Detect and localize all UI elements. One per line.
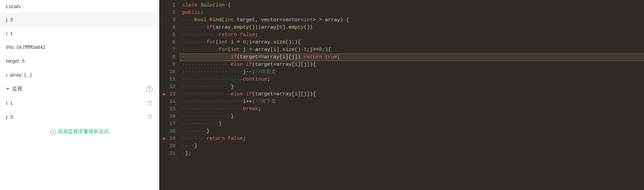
code-line[interactable]: ····················continue; xyxy=(179,76,644,83)
line-number[interactable]: 20 xyxy=(159,142,179,150)
line-number[interactable]: 11 xyxy=(159,76,179,83)
watch-item[interactable]: i: 1 xyxy=(0,96,159,110)
watch-item[interactable]: j: 3 xyxy=(0,110,159,124)
locals-item[interactable]: j: 3 xyxy=(0,12,159,26)
locals-item-expand: array: {...} xyxy=(6,72,32,77)
debug-sidebar: Locals : j: 3 i: 1 this: 0x7fffff0a842 t… xyxy=(0,0,159,190)
line-number[interactable]: 17 xyxy=(159,120,179,128)
code-line[interactable]: ················else·if(target<array[i][… xyxy=(179,61,644,68)
code-line[interactable]: ····················i++;//向下走 xyxy=(179,98,644,105)
line-number[interactable]: 18 xyxy=(159,128,179,135)
trash-icon[interactable] xyxy=(147,114,152,120)
code-line[interactable]: ················else·if(target>array[i][… xyxy=(179,91,644,98)
code-line[interactable]: ········for(int·i·=·0;i<array.size();){ xyxy=(179,39,644,46)
line-number[interactable]: 15 xyxy=(159,105,179,113)
line-number[interactable]: 19 xyxy=(159,135,179,142)
watch-header-label: 监视 xyxy=(6,86,22,92)
help-icon[interactable]: ? xyxy=(146,86,152,92)
code-editor[interactable]: 123456789101112131415161718192021 class·… xyxy=(159,0,644,190)
locals-item-label: i: 1 xyxy=(6,30,13,36)
code-line[interactable]: ········return·false; xyxy=(179,135,644,142)
code-line[interactable]: ········} xyxy=(179,128,644,135)
locals-item-label: j: 3 xyxy=(6,17,13,22)
line-number[interactable]: 1 xyxy=(159,2,179,9)
locals-header: Locals : xyxy=(0,0,159,12)
code-line[interactable]: ····bool·Find(int·target,·vector<vector<… xyxy=(179,17,644,24)
line-number[interactable]: 2 xyxy=(159,9,179,17)
code-line[interactable]: ············return·false; xyxy=(179,31,644,39)
locals-item[interactable]: array: {...} xyxy=(0,68,159,82)
code-line[interactable]: ················} xyxy=(179,83,644,91)
line-number[interactable]: 12 xyxy=(159,83,179,91)
editor-gutter[interactable]: 123456789101112131415161718192021 xyxy=(159,0,179,190)
watch-header[interactable]: 监视 ? xyxy=(0,82,159,96)
code-line[interactable]: ············} xyxy=(179,120,644,128)
locals-item-label: this: 0x7fffff0a842 xyxy=(6,44,46,50)
triangle-down-icon xyxy=(6,88,9,90)
locals-item[interactable]: i: 1 xyxy=(0,26,159,40)
line-number[interactable]: 16 xyxy=(159,113,179,120)
code-line[interactable]: ················if(target==array[i][j])·… xyxy=(179,54,644,61)
watch-item-label: i: 1 xyxy=(6,100,13,106)
code-line[interactable]: ········if(array.empty()||array[0].empty… xyxy=(179,24,644,31)
line-number[interactable]: 9 xyxy=(159,61,179,68)
line-number[interactable]: 10 xyxy=(159,68,179,76)
line-number[interactable]: 7 xyxy=(159,46,179,54)
code-line[interactable]: class·Solution·{ xyxy=(179,2,644,9)
code-line[interactable]: public: xyxy=(179,9,644,17)
code-line[interactable]: ····} xyxy=(179,142,644,150)
watch-item-label: j: 3 xyxy=(6,114,13,120)
locals-item-label: target: 5 xyxy=(6,58,25,64)
line-number[interactable]: 5 xyxy=(159,31,179,39)
code-line[interactable]: ················} xyxy=(179,113,644,120)
line-number[interactable]: 4 xyxy=(159,24,179,31)
plus-circle-icon: + xyxy=(51,130,56,135)
trash-icon[interactable] xyxy=(147,100,152,106)
locals-item[interactable]: this: 0x7fffff0a842 xyxy=(0,40,159,54)
code-line[interactable]: ·}; xyxy=(179,150,644,157)
editor-code-area[interactable]: class·Solution·{public:····bool·Find(int… xyxy=(179,0,644,190)
line-number[interactable]: 14 xyxy=(159,98,179,105)
add-watch-button[interactable]: +添加监视变量或表达式 xyxy=(0,124,159,140)
locals-item[interactable]: target: 5 xyxy=(0,54,159,68)
code-line[interactable]: ····················j--;//向左走 xyxy=(179,68,644,76)
line-number[interactable]: 21 xyxy=(159,150,179,157)
line-number[interactable]: 8 xyxy=(159,54,179,61)
triangle-right-icon xyxy=(6,74,8,76)
line-number[interactable]: 3 xyxy=(159,17,179,24)
line-number[interactable]: 6 xyxy=(159,39,179,46)
code-line[interactable]: ····················break; xyxy=(179,105,644,113)
code-line[interactable]: ············for(int·j·=·array[i].size()-… xyxy=(179,46,644,54)
line-number[interactable]: 13 xyxy=(159,91,179,98)
